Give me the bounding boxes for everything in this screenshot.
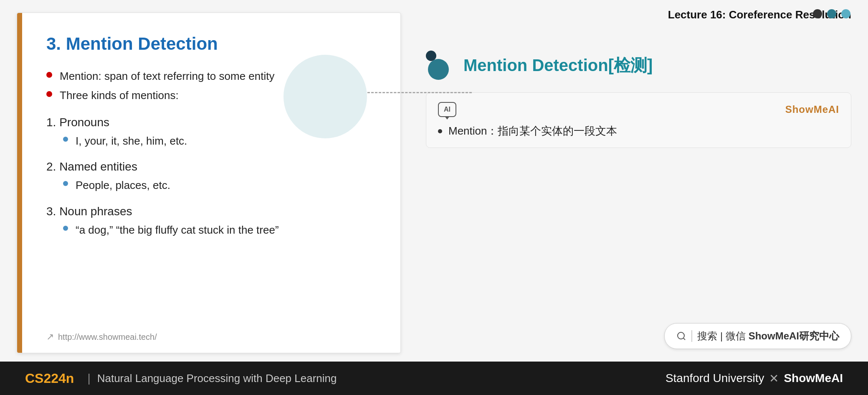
bottom-bar: CS224n | Natural Language Processing wit… [0,362,868,395]
bullet-text-2: Three kinds of mentions: [60,88,179,103]
sub-bullet-text-3: “a dog,” “the big fluffy cat stuck in th… [76,222,279,237]
slide-url: ↗ http://www.showmeai.tech/ [46,331,157,342]
right-title-row: Mention Detection[检测] [426,51,851,80]
content-area: 3. Mention Detection Mention: span of te… [0,0,868,362]
sub-bullet-dot-1 [63,137,68,142]
page-wrapper: 3. Mention Detection Mention: span of te… [0,0,868,395]
search-divider [691,330,692,342]
bullet-text-1: Mention: span of text referring to some … [60,69,274,84]
x-mark: ✕ [769,372,779,385]
sub-bullet-dot-3 [63,226,68,231]
search-icon [676,331,686,341]
ai-icon: AI [438,102,456,117]
sub-bullet-dot-2 [63,181,68,186]
nav-dots [813,9,850,18]
search-bar[interactable]: 搜索 | 微信 ShowMeAI研究中心 [664,323,851,349]
url-icon: ↗ [46,331,54,342]
sub-bullet-3: “a dog,” “the big fluffy cat stuck in th… [63,222,375,237]
nav-dot-1[interactable] [813,9,822,18]
svg-line-1 [683,338,685,340]
bottom-left: CS224n | Natural Language Processing wit… [25,371,337,386]
svg-point-0 [678,332,684,339]
mention-icon [426,51,455,80]
card-content-text: Mention：指向某个实体的一段文本 [448,124,617,138]
sub-bullet-2: People, places, etc. [63,178,375,193]
card-content: Mention：指向某个实体的一段文本 [438,124,839,138]
bar-separator: | [87,372,90,385]
numbered-title-3: 3. Noun phrases [46,205,375,218]
card-content-bullet [438,129,442,133]
cs224n-label: CS224n [25,371,74,386]
showmeai-text: ShowMeAI [784,372,843,385]
bottom-subtitle: Natural Language Processing with Deep Le… [97,372,337,385]
url-text: http://www.showmeai.tech/ [58,332,157,342]
nav-dot-2[interactable] [827,9,836,18]
numbered-section-2: 2. Named entities People, places, etc. [46,160,375,193]
card-brand: ShowMeAI [785,104,839,115]
sub-bullet-text-1: I, your, it, she, him, etc. [76,133,187,148]
right-panel: Lecture 16: Coreference Resolution Menti… [418,0,868,362]
icon-circle-teal [428,59,449,80]
bottom-right: Stanford University ✕ ShowMeAI [666,372,843,385]
search-text: 搜索 | 微信 ShowMeAI研究中心 [697,329,839,343]
card-header: AI ShowMeAI [438,102,839,117]
lecture-header: Lecture 16: Coreference Resolution [426,0,851,28]
slide-panel: 3. Mention Detection Mention: span of te… [17,13,401,353]
bullet-dot-1 [46,72,52,78]
decorative-circle [283,55,367,138]
stanford-text: Stanford University [666,372,764,385]
bullet-dot-2 [46,91,52,97]
slide-left-border [17,13,22,353]
slide-title: 3. Mention Detection [46,34,375,54]
translation-card: AI ShowMeAI Mention：指向某个实体的一段文本 [426,92,851,148]
connector-line [367,92,472,93]
nav-dot-3[interactable] [841,9,850,18]
numbered-title-2: 2. Named entities [46,160,375,173]
sub-bullet-text-2: People, places, etc. [76,178,170,193]
right-panel-title: Mention Detection[检测] [463,54,653,77]
numbered-section-3: 3. Noun phrases “a dog,” “the big fluffy… [46,205,375,237]
